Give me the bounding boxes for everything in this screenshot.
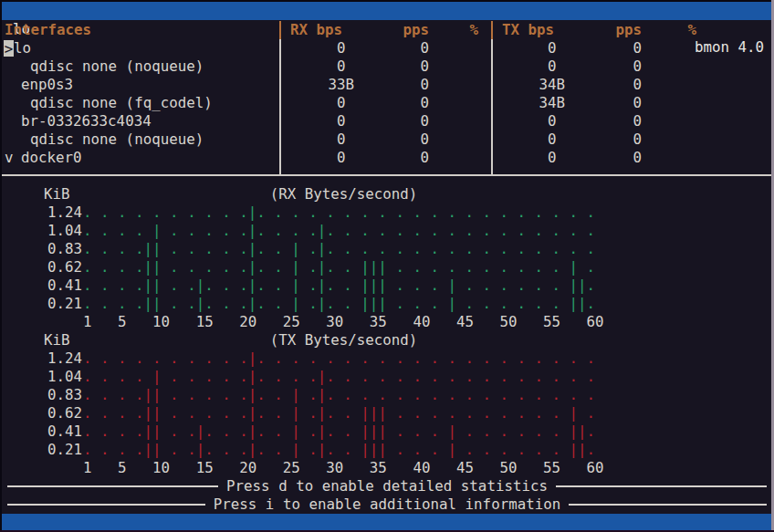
- rx-pps-value: 0: [361, 130, 429, 149]
- rx-graph-cells: . . . .|| . .|. . .|. . | .|. . ||| . . …: [83, 276, 604, 295]
- rx-graph-cells: . . . . . . . . . .|. . . . . . . . . . …: [83, 203, 604, 222]
- rx-graph-row: 0.62 . . . .|| . . . . .|. . | .|. . |||…: [0, 258, 769, 276]
- tx-pps-value: 0: [574, 39, 642, 57]
- rx-x-axis-labels: 1 5 10 15 20 25 30 35 40 45 50 55 60: [83, 313, 604, 331]
- rx-graph-cells: . . . .|| . . . . .|. . | .|. . ||| . . …: [83, 258, 604, 276]
- tx-graph-cells: . . . .|| . . . . .|. . | .|. . . . . . …: [83, 386, 604, 404]
- rx-pps-value: 0: [361, 57, 429, 76]
- rx-pps-value: 0: [361, 94, 429, 112]
- tx-graph-row: 0.62 . . . .|| . . . . .|. . | .|. . |||…: [0, 404, 769, 422]
- table-header-row: Interfaces RX bps pps % TX bps pps %: [0, 21, 769, 39]
- tx-pps-value: 0: [574, 57, 642, 76]
- rx-unit-label: KiB: [44, 185, 70, 203]
- rx-bps-value: 0: [265, 57, 354, 76]
- table-row-lo-qdisc[interactable]: qdisc none (noqueue) 0 0 0 0: [0, 57, 769, 76]
- tx-bps-header: TX bps: [502, 21, 554, 39]
- tx-graph-row: 1.24 . . . . . . . . . .|. . . . . . . .…: [0, 349, 769, 368]
- y-tick-label: 0.41: [37, 422, 82, 441]
- tx-graph-cells: . . . .|| . .|. . .|. . | .|. . ||| . . …: [83, 422, 604, 441]
- y-tick-label: 1.04: [37, 368, 82, 386]
- expand-indicator: v: [5, 149, 14, 167]
- tx-bps-value: 0: [494, 39, 565, 57]
- rx-graph-cells: . . . .|| . . . . .|. . | .|. . . . . . …: [83, 240, 604, 258]
- column-divider-2: [491, 39, 493, 174]
- table-row-enp0s3[interactable]: enp0s3 33B 0 34B 0: [0, 76, 769, 94]
- tx-graph-title: (TX Bytes/second): [83, 331, 604, 349]
- tx-bps-value: 0: [494, 112, 565, 130]
- qdisc-name: qdisc none (fq_codel): [30, 94, 213, 112]
- interface-name: br-0332633c4034: [21, 112, 152, 130]
- tx-graph-xaxis-row: 1 5 10 15 20 25 30 35 40 45 50 55 60: [0, 459, 769, 477]
- table-row-br-bridge[interactable]: br-0332633c4034 0 0 0 0: [0, 112, 769, 130]
- table-row-br-qdisc[interactable]: qdisc none (noqueue) 0 0 0 0: [0, 130, 769, 149]
- rx-pps-header: pps: [361, 21, 429, 39]
- tx-graph-cells: . . . .|| . .|. . .|. . | .|. . ||| . . …: [83, 441, 604, 459]
- rx-pps-value: 0: [361, 76, 429, 94]
- hint-additional-info: Press i to enable additional information: [7, 495, 767, 514]
- y-tick-label: 1.24: [37, 203, 82, 222]
- rx-graph-header: KiB (RX Bytes/second): [0, 185, 769, 203]
- tx-graph-row: 0.83 . . . .|| . . . . .|. . | .|. . . .…: [0, 386, 769, 404]
- y-tick-label: 0.83: [37, 386, 82, 404]
- column-divider-header-1: [279, 21, 281, 39]
- interfaces-column-title: Interfaces: [5, 21, 91, 39]
- tx-pps-value: 0: [574, 130, 642, 149]
- rx-bps-value: 33B: [265, 76, 354, 94]
- table-row-lo[interactable]: > lo 0 0 0 0: [0, 39, 769, 57]
- section-divider: [0, 174, 774, 176]
- rx-bps-value: 0: [265, 149, 354, 167]
- tx-pps-value: 0: [574, 76, 642, 94]
- interface-name: docker0: [21, 149, 82, 167]
- rx-pct-header: %: [449, 21, 478, 39]
- rx-graph-xaxis-row: 1 5 10 15 20 25 30 35 40 45 50 55 60: [0, 313, 769, 331]
- tx-pps-value: 0: [574, 149, 642, 167]
- y-tick-label: 0.21: [37, 441, 82, 459]
- interface-name: enp0s3: [21, 76, 73, 94]
- rx-graph-row: 0.21 . . . .|| . .|. . .|. . | .|. . |||…: [0, 295, 769, 313]
- window-border-left: [0, 0, 2, 532]
- hint-rule-right: [569, 504, 767, 506]
- table-row-docker0[interactable]: v docker0 0 0 0 0: [0, 149, 769, 167]
- rx-bps-value: 0: [265, 39, 354, 57]
- tx-graph-header: KiB (TX Bytes/second): [0, 331, 769, 349]
- window-border-top: [0, 0, 774, 2]
- rx-pps-value: 0: [361, 39, 429, 57]
- hint-detailed-stats: Press d to enable detailed statistics: [7, 477, 767, 495]
- hint-text: Press d to enable detailed statistics: [218, 477, 556, 495]
- tx-graph-row: 0.41 . . . .|| . .|. . .|. . | .|. . |||…: [0, 422, 769, 441]
- tx-graph-row: 0.21 . . . .|| . .|. . .|. . | .|. . |||…: [0, 441, 769, 459]
- rx-graph-row: 1.24 . . . . . . . . . .|. . . . . . . .…: [0, 203, 769, 222]
- rx-pps-value: 0: [361, 112, 429, 130]
- rx-graph-row: 0.83 . . . .|| . . . . .|. . | .|. . . .…: [0, 240, 769, 258]
- column-divider-header-2: [491, 21, 493, 39]
- title-bar: lo bmon 4.0: [2, 2, 771, 20]
- tx-bps-value: 0: [494, 149, 565, 167]
- tx-pps-value: 0: [574, 94, 642, 112]
- hint-rule-right: [556, 485, 767, 487]
- interface-name: lo: [14, 39, 31, 57]
- rx-graph-row: 1.04 . . . . | . . . . .|. . . .|. . . .…: [0, 222, 769, 240]
- y-tick-label: 0.83: [37, 240, 82, 258]
- bmon-terminal-window: lo bmon 4.0 Interfaces RX bps pps % TX b…: [0, 0, 774, 532]
- y-tick-label: 0.62: [37, 404, 82, 422]
- hint-rule-left: [7, 504, 205, 506]
- qdisc-name: qdisc none (noqueue): [30, 130, 204, 149]
- rx-graph-row: 0.41 . . . .|| . .|. . .|. . | .|. . |||…: [0, 276, 769, 295]
- tx-pps-value: 0: [574, 112, 642, 130]
- tx-graph-row: 1.04 . . . . | . . . . .|. . . .|. . . .…: [0, 368, 769, 386]
- y-tick-label: 0.62: [37, 258, 82, 276]
- tx-graph-cells: . . . . | . . . . .|. . . .|. . . . . . …: [83, 368, 604, 386]
- y-tick-label: 0.21: [37, 295, 82, 313]
- tx-graph-cells: . . . . . . . . . .|. . . . . . . . . . …: [83, 349, 604, 368]
- y-tick-label: 1.04: [37, 222, 82, 240]
- hint-text: Press i to enable additional information: [205, 495, 569, 514]
- tx-graph-cells: . . . .|| . . . . .|. . | .|. . ||| . . …: [83, 404, 604, 422]
- rx-bps-header: RX bps: [290, 21, 342, 39]
- tx-x-axis-labels: 1 5 10 15 20 25 30 35 40 45 50 55 60: [83, 459, 604, 477]
- column-divider-1: [279, 39, 281, 174]
- rx-graph-title: (RX Bytes/second): [83, 185, 604, 203]
- tx-pps-header: pps: [574, 21, 642, 39]
- table-row-enp0s3-qdisc[interactable]: qdisc none (fq_codel) 0 0 34B 0: [0, 94, 769, 112]
- rx-bps-value: 0: [265, 94, 354, 112]
- tx-pct-header: %: [667, 21, 696, 39]
